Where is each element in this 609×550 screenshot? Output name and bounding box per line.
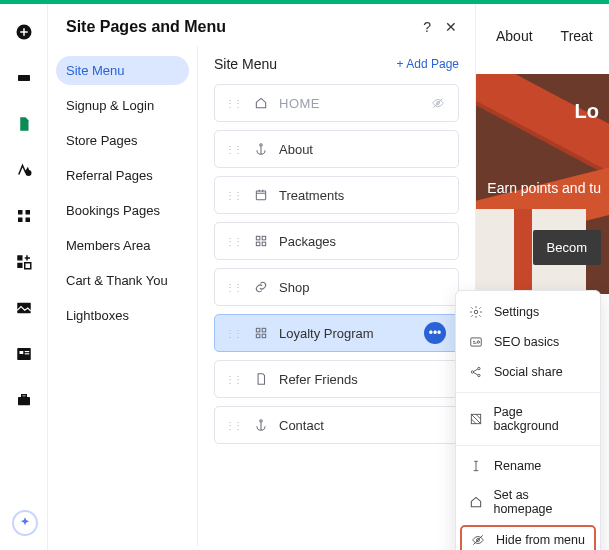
- menu-item-seo-basics[interactable]: SEO basics: [456, 327, 600, 357]
- menu-item-rename[interactable]: Rename: [456, 451, 600, 481]
- svg-rect-1: [18, 75, 30, 81]
- drag-handle-icon[interactable]: ⋮⋮: [225, 190, 241, 201]
- preview-nav-treat[interactable]: Treat: [561, 28, 593, 44]
- page-row-label: Treatments: [279, 188, 446, 203]
- menu-item-social-share[interactable]: Social share: [456, 357, 600, 387]
- menu-item-label: Set as homepage: [493, 488, 588, 516]
- calendar-icon: [253, 187, 269, 203]
- page-row-home[interactable]: ⋮⋮HOME: [214, 84, 459, 122]
- home-icon: [253, 95, 269, 111]
- svg-rect-24: [262, 328, 266, 332]
- drag-handle-icon[interactable]: ⋮⋮: [225, 282, 241, 293]
- content-icon[interactable]: [14, 344, 34, 364]
- left-rail: [0, 4, 48, 550]
- menu-item-label: Settings: [494, 305, 539, 319]
- page-row-label: Contact: [279, 418, 446, 433]
- drag-handle-icon[interactable]: ⋮⋮: [225, 328, 241, 339]
- svg-rect-26: [262, 334, 266, 338]
- content-title: Site Menu: [214, 56, 277, 72]
- menu-item-hide-from-menu[interactable]: Hide from menu: [460, 525, 596, 550]
- menu-item-page-background[interactable]: Page background: [456, 398, 600, 440]
- side-item-store-pages[interactable]: Store Pages: [56, 126, 189, 155]
- preview-hero: Lo Earn points and tu Becom: [476, 74, 609, 294]
- drag-handle-icon[interactable]: ⋮⋮: [225, 236, 241, 247]
- page-row-about[interactable]: ⋮⋮About: [214, 130, 459, 168]
- page-context-menu: SettingsSEO basicsSocial sharePage backg…: [455, 290, 601, 550]
- hero-title: Lo: [575, 100, 599, 123]
- page-list: ⋮⋮HOME⋮⋮About⋮⋮Treatments⋮⋮Packages⋮⋮Sho…: [214, 84, 459, 444]
- svg-point-30: [477, 341, 479, 343]
- app-market-icon[interactable]: [14, 252, 34, 272]
- page-row-label: Refer Friends: [279, 372, 446, 387]
- svg-point-32: [478, 367, 480, 369]
- svg-point-28: [474, 310, 478, 314]
- drag-handle-icon[interactable]: ⋮⋮: [225, 144, 241, 155]
- drag-handle-icon[interactable]: ⋮⋮: [225, 420, 241, 431]
- side-item-bookings-pages[interactable]: Bookings Pages: [56, 196, 189, 225]
- svg-rect-3: [18, 210, 23, 215]
- design-icon[interactable]: [14, 160, 34, 180]
- media-icon[interactable]: [14, 298, 34, 318]
- page-row-label: Loyalty Program: [279, 326, 414, 341]
- page-row-packages[interactable]: ⋮⋮Packages: [214, 222, 459, 260]
- panel-header: Site Pages and Menu ? ✕: [48, 4, 475, 46]
- svg-rect-4: [25, 210, 30, 215]
- side-item-members-area[interactable]: Members Area: [56, 231, 189, 260]
- svg-rect-15: [21, 395, 26, 397]
- svg-point-31: [471, 371, 473, 373]
- menu-item-set-as-homepage[interactable]: Set as homepage: [456, 481, 600, 523]
- site-pages-panel: Site Pages and Menu ? ✕ Site MenuSignup …: [48, 4, 476, 550]
- page-row-treatments[interactable]: ⋮⋮Treatments: [214, 176, 459, 214]
- menu-separator: [456, 445, 600, 446]
- menu-item-label: Social share: [494, 365, 563, 379]
- svg-rect-13: [24, 353, 29, 354]
- add-icon[interactable]: [14, 22, 34, 42]
- svg-rect-14: [18, 397, 30, 405]
- apps-icon[interactable]: [14, 206, 34, 226]
- drag-handle-icon[interactable]: ⋮⋮: [225, 374, 241, 385]
- page-row-loyalty-program[interactable]: ⋮⋮Loyalty Program•••: [214, 314, 459, 352]
- svg-point-2: [26, 171, 31, 176]
- svg-rect-12: [24, 351, 29, 352]
- add-page-button[interactable]: Add Page: [397, 57, 459, 71]
- section-icon[interactable]: [14, 68, 34, 88]
- menu-item-label: Page background: [493, 405, 588, 433]
- close-icon[interactable]: ✕: [445, 19, 457, 35]
- menu-item-settings[interactable]: Settings: [456, 297, 600, 327]
- svg-point-17: [260, 144, 262, 146]
- svg-point-27: [260, 420, 262, 422]
- help-icon[interactable]: ?: [423, 19, 431, 35]
- menu-separator: [456, 392, 600, 393]
- svg-point-33: [478, 374, 480, 376]
- page-row-refer-friends[interactable]: ⋮⋮Refer Friends: [214, 360, 459, 398]
- drag-handle-icon[interactable]: ⋮⋮: [225, 98, 241, 109]
- side-item-referral-pages[interactable]: Referral Pages: [56, 161, 189, 190]
- menu-item-label: Rename: [494, 459, 541, 473]
- svg-rect-22: [262, 242, 266, 246]
- side-item-signup-login[interactable]: Signup & Login: [56, 91, 189, 120]
- page-row-label: About: [279, 142, 446, 157]
- page-row-label: HOME: [279, 96, 420, 111]
- gear-icon: [468, 304, 484, 320]
- pages-content: Site Menu Add Page ⋮⋮HOME⋮⋮About⋮⋮Treatm…: [198, 46, 475, 546]
- svg-rect-23: [256, 328, 260, 332]
- side-category-list: Site MenuSignup & LoginStore PagesReferr…: [48, 46, 198, 546]
- svg-rect-25: [256, 334, 260, 338]
- preview-nav-about[interactable]: About: [496, 28, 533, 44]
- side-item-lightboxes[interactable]: Lightboxes: [56, 301, 189, 330]
- side-item-site-menu[interactable]: Site Menu: [56, 56, 189, 85]
- side-item-cart-thank-you[interactable]: Cart & Thank You: [56, 266, 189, 295]
- svg-rect-19: [256, 236, 260, 240]
- pages-icon[interactable]: [14, 114, 34, 134]
- page-row-contact[interactable]: ⋮⋮Contact: [214, 406, 459, 444]
- ai-assistant-icon[interactable]: [12, 510, 38, 536]
- panel-title: Site Pages and Menu: [66, 18, 226, 36]
- rename-icon: [468, 458, 484, 474]
- business-icon[interactable]: [14, 390, 34, 410]
- page-icon: [253, 371, 269, 387]
- hero-cta-button[interactable]: Becom: [533, 230, 601, 265]
- svg-rect-21: [256, 242, 260, 246]
- page-row-shop[interactable]: ⋮⋮Shop: [214, 268, 459, 306]
- hidden-eye-icon: [430, 95, 446, 111]
- page-more-button[interactable]: •••: [424, 322, 446, 344]
